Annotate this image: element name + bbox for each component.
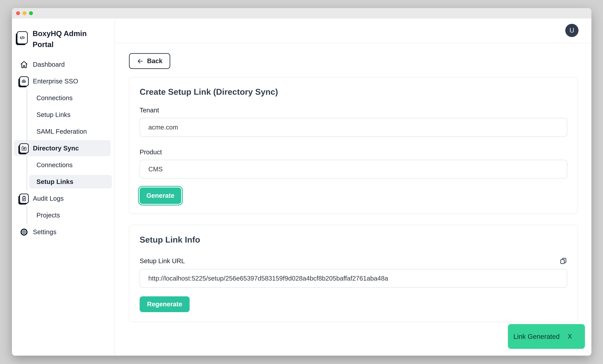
sidebar-item-directory-sync-connections[interactable]: Connections bbox=[29, 158, 112, 172]
app-body: BoxyHQ Admin Portal DashboardEnterprise … bbox=[12, 18, 591, 356]
sidebar-item-audit-logs[interactable]: Audit Logs bbox=[14, 190, 111, 207]
sidebar-item-label: Audit Logs bbox=[33, 195, 64, 202]
close-window-button[interactable] bbox=[16, 11, 20, 15]
app-title: BoxyHQ Admin Portal bbox=[33, 28, 91, 50]
sidebar-item-label: Projects bbox=[36, 211, 60, 219]
sidebar-slot: Setup Links bbox=[14, 173, 112, 190]
sidebar-item-label: Setup Links bbox=[36, 178, 73, 185]
sidebar-slot: Directory Sync bbox=[14, 140, 112, 156]
sidebar-item-label: Settings bbox=[33, 228, 57, 236]
toast-link-generated: Link Generated X bbox=[508, 324, 585, 349]
sidebar-item-audit-logs-projects[interactable]: Projects bbox=[29, 209, 112, 222]
sidebar-slot: Settings bbox=[14, 223, 112, 240]
back-button-label: Back bbox=[147, 57, 162, 65]
window-titlebar bbox=[12, 8, 591, 18]
sso-cloud-box-icon bbox=[19, 76, 29, 86]
regenerate-button[interactable]: Regenerate bbox=[140, 296, 190, 312]
sidebar-slot: Setup Links bbox=[14, 106, 112, 123]
sidebar-subgroup-directory-sync: ConnectionsSetup Links bbox=[14, 156, 112, 190]
avatar[interactable]: U bbox=[565, 24, 579, 37]
sidebar-menu: DashboardEnterprise SSOConnectionsSetup … bbox=[14, 56, 112, 240]
home-icon bbox=[19, 60, 29, 69]
generate-button[interactable]: Generate bbox=[140, 188, 181, 204]
sidebar-item-enterprise-sso-saml-federation[interactable]: SAML Federation bbox=[29, 125, 112, 138]
sidebar-subgroup-audit-logs: Projects bbox=[14, 207, 112, 223]
sidebar-item-label: Directory Sync bbox=[33, 144, 79, 152]
sidebar-subgroup-enterprise-sso: ConnectionsSetup LinksSAML Federation bbox=[14, 89, 112, 140]
create-setup-link-card: Create Setup Link (Directory Sync) Tenan… bbox=[129, 77, 578, 214]
app-window: BoxyHQ Admin Portal DashboardEnterprise … bbox=[12, 8, 591, 356]
sidebar-item-settings[interactable]: Settings bbox=[14, 224, 111, 240]
setup-link-url-label: Setup Link URL bbox=[140, 257, 185, 265]
sidebar-item-enterprise-sso[interactable]: Enterprise SSO bbox=[14, 73, 111, 89]
setup-link-url-input[interactable] bbox=[140, 269, 567, 288]
product-label: Product bbox=[140, 148, 567, 156]
product-input[interactable] bbox=[140, 160, 567, 178]
arrow-left-icon bbox=[137, 57, 144, 65]
sidebar-slot: Connections bbox=[14, 156, 112, 173]
sidebar-slot: Enterprise SSO bbox=[14, 73, 112, 89]
clipboard-box-icon bbox=[19, 193, 29, 203]
main-area: U Back Create Setup Link (Directory Sync… bbox=[115, 18, 591, 356]
gear-icon bbox=[19, 228, 29, 236]
sidebar-item-label: Enterprise SSO bbox=[33, 77, 78, 85]
tenant-label: Tenant bbox=[140, 107, 567, 114]
sidebar-item-label: Connections bbox=[36, 94, 73, 102]
sidebar-item-directory-sync[interactable]: Directory Sync bbox=[14, 140, 111, 156]
sidebar-item-dashboard[interactable]: Dashboard bbox=[14, 56, 111, 72]
copy-icon[interactable] bbox=[559, 257, 567, 265]
sidebar-item-label: Setup Links bbox=[36, 111, 70, 118]
sidebar-item-directory-sync-setup-links[interactable]: Setup Links bbox=[29, 175, 112, 188]
minimize-window-button[interactable] bbox=[23, 11, 26, 15]
page-content: Back Create Setup Link (Directory Sync) … bbox=[115, 43, 591, 322]
zoom-window-button[interactable] bbox=[29, 11, 33, 15]
sidebar-slot: SAML Federation bbox=[14, 123, 112, 140]
sidebar-item-label: Connections bbox=[36, 161, 73, 169]
sidebar-item-enterprise-sso-setup-links[interactable]: Setup Links bbox=[29, 108, 112, 121]
toast-close-button[interactable]: X bbox=[568, 333, 572, 340]
sidebar-item-label: Dashboard bbox=[33, 61, 65, 68]
sidebar-slot: Dashboard bbox=[14, 56, 112, 73]
back-button[interactable]: Back bbox=[129, 53, 170, 69]
setup-link-info-card: Setup Link Info Setup Link URL bbox=[129, 225, 578, 322]
desktop: BoxyHQ Admin Portal DashboardEnterprise … bbox=[0, 0, 603, 364]
sidebar: BoxyHQ Admin Portal DashboardEnterprise … bbox=[12, 18, 115, 356]
sidebar-slot: Projects bbox=[14, 207, 112, 223]
create-card-title: Create Setup Link (Directory Sync) bbox=[140, 87, 567, 97]
toast-message: Link Generated bbox=[513, 333, 560, 340]
folder-box-icon bbox=[19, 143, 29, 153]
sidebar-item-label: SAML Federation bbox=[36, 128, 87, 135]
info-card-title: Setup Link Info bbox=[140, 235, 567, 245]
topbar: U bbox=[115, 18, 591, 43]
sidebar-slot: Audit Logs bbox=[14, 190, 112, 207]
tenant-input[interactable] bbox=[140, 118, 567, 137]
boxyhq-logo bbox=[17, 31, 28, 44]
brand: BoxyHQ Admin Portal bbox=[17, 28, 91, 50]
sidebar-slot: Connections bbox=[14, 89, 112, 106]
sidebar-item-enterprise-sso-connections[interactable]: Connections bbox=[29, 91, 112, 105]
